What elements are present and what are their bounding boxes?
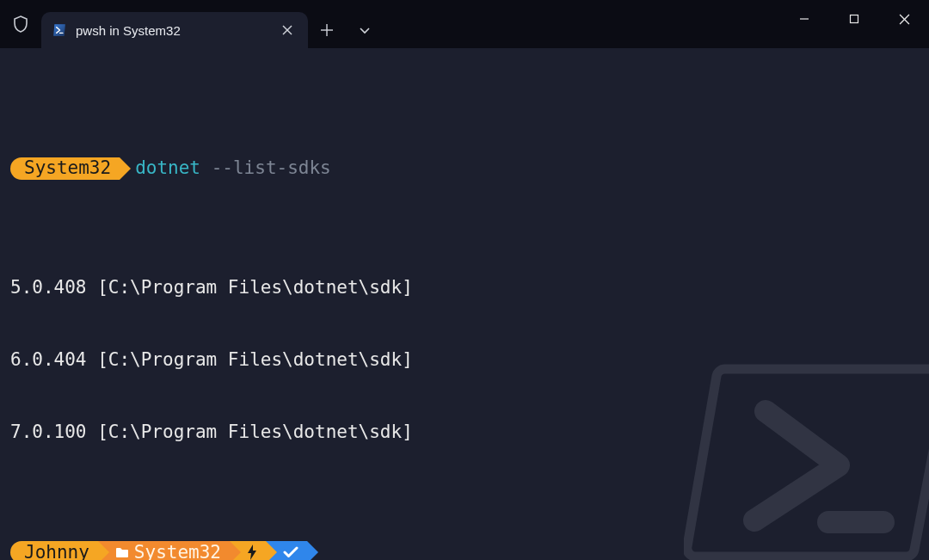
active-tab[interactable]: pwsh in System32 — [41, 12, 308, 48]
prompt-location-text: System32 — [134, 541, 221, 560]
prompt-line: JohnnySystem32 — [10, 540, 919, 560]
command: dotnet --list-sdks — [135, 157, 331, 178]
prompt-line: System32dotnet --list-sdks — [10, 157, 919, 181]
prompt-segment-location: System32 — [98, 541, 230, 560]
new-tab-button[interactable] — [308, 12, 346, 48]
output-line: 5.0.408 [C:\Program Files\dotnet\sdk] — [10, 276, 919, 300]
check-icon — [283, 546, 298, 558]
minimize-button[interactable] — [779, 0, 829, 38]
prompt-segment-user: Johnny — [10, 541, 98, 560]
command-argument: --list-sdks — [212, 157, 331, 178]
window-controls — [779, 0, 929, 38]
prompt-location-text: System32 — [24, 157, 111, 181]
tab-title: pwsh in System32 — [76, 23, 270, 38]
prompt-user-text: Johnny — [24, 541, 89, 560]
shield-icon[interactable] — [9, 12, 33, 36]
folder-icon — [115, 546, 129, 558]
titlebar: pwsh in System32 — [0, 0, 929, 48]
prompt-segment-location: System32 — [10, 157, 120, 180]
close-button[interactable] — [879, 0, 929, 38]
maximize-button[interactable] — [829, 0, 879, 38]
tab-close-button[interactable] — [279, 22, 296, 39]
output-line: 6.0.404 [C:\Program Files\dotnet\sdk] — [10, 348, 919, 372]
output-line: 7.0.100 [C:\Program Files\dotnet\sdk] — [10, 421, 919, 445]
terminal-viewport[interactable]: System32dotnet --list-sdks 5.0.408 [C:\P… — [0, 48, 929, 560]
lightning-bolt-icon — [247, 545, 257, 560]
command-executable: dotnet — [135, 157, 200, 178]
tab-dropdown-button[interactable] — [346, 12, 384, 48]
powershell-icon — [52, 22, 67, 38]
svg-rect-6 — [851, 15, 858, 23]
